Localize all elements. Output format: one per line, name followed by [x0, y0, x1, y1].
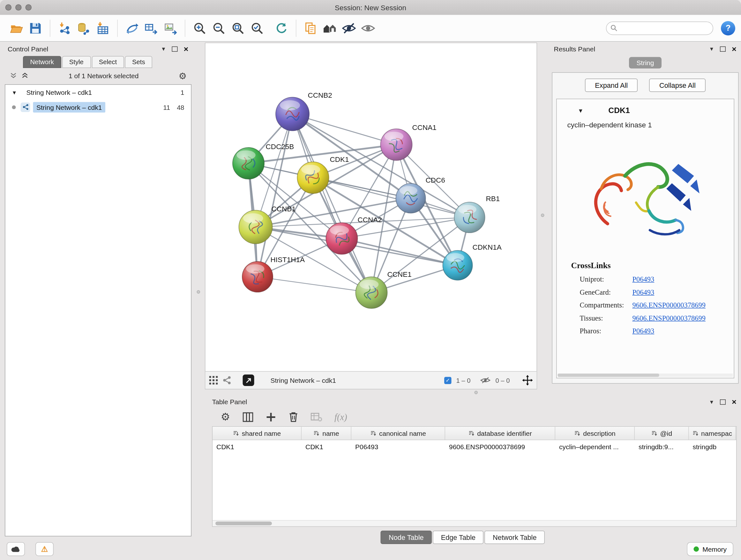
- crosslink-link[interactable]: 9606.ENSP00000378699: [632, 301, 705, 310]
- table-cell[interactable]: CDK1: [301, 443, 351, 450]
- scrollbar-thumb[interactable]: [558, 374, 659, 377]
- splitter-handle[interactable]: [197, 290, 200, 294]
- import-network-from-file-button[interactable]: [57, 20, 73, 36]
- zoom-out-button[interactable]: [211, 20, 227, 36]
- table-settings-gear-icon[interactable]: ⚙: [221, 412, 230, 422]
- network-collection-row[interactable]: ▼ String Network – cdk1 1: [5, 85, 191, 100]
- network-node-CCNA1[interactable]: [381, 129, 412, 161]
- share-network-icon[interactable]: [223, 376, 231, 385]
- network-node-HIST1H1A[interactable]: [242, 261, 273, 292]
- export-image-button[interactable]: [162, 20, 179, 36]
- help-button[interactable]: ?: [721, 21, 735, 35]
- table-cell[interactable]: stringdb: [689, 443, 736, 450]
- network-node-CCNB2[interactable]: [276, 98, 309, 131]
- column-header[interactable]: description: [555, 427, 635, 440]
- network-node-CCNE1[interactable]: [356, 277, 387, 308]
- hide-details-button[interactable]: [341, 20, 357, 36]
- network-node-CCNA2[interactable]: [326, 223, 358, 254]
- splitter-handle[interactable]: [475, 391, 478, 394]
- crosslink-link[interactable]: P06493: [632, 288, 655, 297]
- table-cell[interactable]: P06493: [351, 443, 445, 450]
- column-header[interactable]: name: [301, 427, 351, 440]
- table-horizontal-scrollbar[interactable]: [212, 520, 736, 526]
- tab-sets[interactable]: Sets: [125, 56, 152, 68]
- network-tools-button[interactable]: [124, 20, 140, 36]
- network-edge[interactable]: [293, 114, 372, 293]
- panel-collapse-icon[interactable]: ▼: [161, 46, 166, 52]
- add-column-icon[interactable]: [266, 412, 276, 422]
- crosslink-link[interactable]: P06493: [632, 327, 655, 335]
- memory-button[interactable]: Memory: [687, 543, 733, 557]
- column-header[interactable]: database identifier: [445, 427, 555, 440]
- zoom-fit-button[interactable]: [230, 20, 246, 36]
- column-header[interactable]: namespac: [689, 427, 736, 440]
- network-node-CDK1[interactable]: [297, 162, 329, 193]
- network-edge[interactable]: [342, 239, 458, 265]
- function-builder-icon[interactable]: f(x): [334, 412, 347, 422]
- gear-icon[interactable]: ⚙: [179, 71, 187, 80]
- expand-tree-icon[interactable]: [10, 72, 17, 79]
- expand-all-button[interactable]: Expand All: [585, 78, 638, 92]
- hidden-eye-slash-icon[interactable]: [480, 376, 490, 384]
- column-header[interactable]: @id: [635, 427, 689, 440]
- panel-float-icon[interactable]: [172, 46, 178, 52]
- search-field[interactable]: [606, 21, 713, 35]
- panel-close-icon[interactable]: ✕: [184, 45, 189, 53]
- table-cell[interactable]: stringdb:9...: [635, 443, 689, 450]
- pan-crosshair-icon[interactable]: [522, 375, 533, 386]
- panel-float-icon[interactable]: [720, 46, 726, 52]
- entry-disclosure-icon[interactable]: ▼: [578, 107, 584, 114]
- delete-table-icon[interactable]: [311, 413, 322, 422]
- panel-close-icon[interactable]: ✕: [731, 398, 737, 406]
- crosslink-link[interactable]: 9606.ENSP00000378699: [632, 314, 705, 322]
- open-view-button[interactable]: [243, 374, 254, 386]
- splitter-handle[interactable]: [541, 213, 544, 217]
- scrollbar-thumb[interactable]: [215, 522, 272, 525]
- network-node-CDC25B[interactable]: [232, 147, 264, 179]
- save-session-button[interactable]: [27, 20, 44, 36]
- tab-style[interactable]: Style: [62, 56, 91, 68]
- tab-node-table[interactable]: Node Table: [381, 531, 432, 544]
- panel-collapse-icon[interactable]: ▼: [709, 399, 714, 405]
- network-node-CDKN1A[interactable]: [443, 251, 473, 280]
- network-edge[interactable]: [258, 114, 293, 277]
- crosslink-link[interactable]: P06493: [632, 275, 655, 284]
- home-button[interactable]: [322, 20, 338, 36]
- network-node-CCNB1[interactable]: [239, 210, 273, 244]
- collapse-tree-icon[interactable]: [21, 72, 29, 79]
- cloud-status-button[interactable]: [7, 543, 25, 557]
- network-node-RB1[interactable]: [455, 202, 485, 233]
- apply-layout-button[interactable]: [273, 20, 290, 36]
- column-header[interactable]: canonical name: [351, 427, 445, 440]
- import-table-from-file-button[interactable]: [95, 20, 111, 36]
- table-cell[interactable]: 9606.ENSP00000378699: [445, 443, 555, 450]
- network-edge[interactable]: [258, 277, 372, 293]
- network-canvas[interactable]: CCNB2CCNA1CDC25BCDK1CDC6RB1CCNB1CCNA2CDK…: [205, 43, 537, 372]
- network-node-CDC6[interactable]: [396, 184, 426, 213]
- disclosure-triangle-icon[interactable]: ▼: [5, 89, 23, 95]
- entry-horizontal-scrollbar[interactable]: [558, 374, 733, 377]
- column-header[interactable]: shared name: [212, 427, 301, 440]
- warning-button[interactable]: ⚠: [36, 543, 54, 557]
- table-cell[interactable]: cyclin–dependent ...: [555, 443, 635, 450]
- tab-network[interactable]: Network: [23, 56, 61, 68]
- zoom-in-button[interactable]: [192, 20, 208, 36]
- table-cell[interactable]: CDK1: [212, 443, 301, 450]
- network-row[interactable]: String Network – cdk1 11 48: [5, 100, 191, 115]
- show-details-button[interactable]: [360, 20, 376, 36]
- tab-edge-table[interactable]: Edge Table: [433, 531, 483, 544]
- panel-collapse-icon[interactable]: ▼: [709, 46, 714, 52]
- export-network-button[interactable]: [143, 20, 159, 36]
- open-session-button[interactable]: [8, 20, 24, 36]
- annotation-button[interactable]: [302, 20, 319, 36]
- panel-close-icon[interactable]: ✕: [731, 45, 737, 53]
- tab-string[interactable]: String: [629, 57, 662, 69]
- table-row[interactable]: CDK1CDK1P064939606.ENSP00000378699cyclin…: [212, 440, 736, 453]
- show-columns-icon[interactable]: [243, 412, 253, 422]
- tab-select[interactable]: Select: [91, 56, 124, 68]
- panel-float-icon[interactable]: [720, 399, 726, 405]
- delete-column-icon[interactable]: [288, 412, 298, 422]
- tab-network-table[interactable]: Network Table: [485, 531, 545, 544]
- grid-icon[interactable]: [209, 376, 218, 385]
- selected-nodes-checkbox-icon[interactable]: ✓: [444, 377, 452, 384]
